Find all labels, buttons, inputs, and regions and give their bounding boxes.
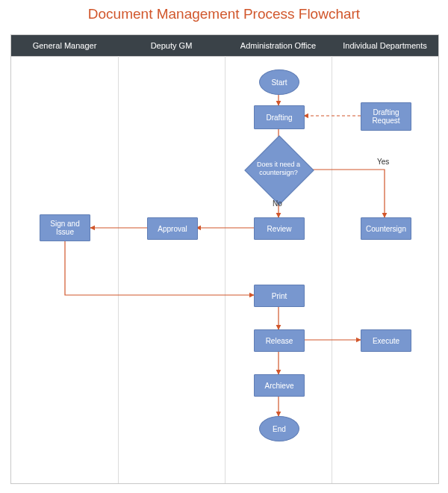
label-no: No: [273, 199, 282, 208]
node-approval: Approval: [147, 217, 198, 240]
lane-header-individual-departments: Individual Departments: [332, 35, 438, 57]
lane-header-administration-office: Administration Office: [225, 35, 332, 57]
swimlanes: General Manager Deputy GM Administration…: [10, 34, 439, 484]
lane-body-1: [118, 56, 225, 483]
node-drafting: Drafting: [254, 105, 305, 129]
node-end: End: [259, 416, 299, 441]
node-sign-and-issue: Sign and Issue: [40, 214, 90, 241]
lane-header-deputy-gm: Deputy GM: [118, 35, 225, 57]
lane-body-0: [11, 56, 119, 483]
node-review: Review: [254, 217, 305, 240]
node-release: Release: [254, 329, 305, 352]
lane-header-general-manager: General Manager: [11, 35, 119, 57]
node-start: Start: [259, 69, 299, 95]
page-title: Document Management Process Flowchart: [0, 0, 448, 22]
flowchart-page: Document Management Process Flowchart Ge…: [0, 0, 448, 493]
node-execute: Execute: [361, 329, 411, 352]
node-countersign: Countersign: [361, 217, 411, 240]
node-drafting-request: Drafting Request: [361, 102, 411, 131]
node-print: Print: [254, 285, 305, 307]
label-yes: Yes: [377, 158, 389, 166]
node-archive: Archieve: [254, 374, 305, 397]
